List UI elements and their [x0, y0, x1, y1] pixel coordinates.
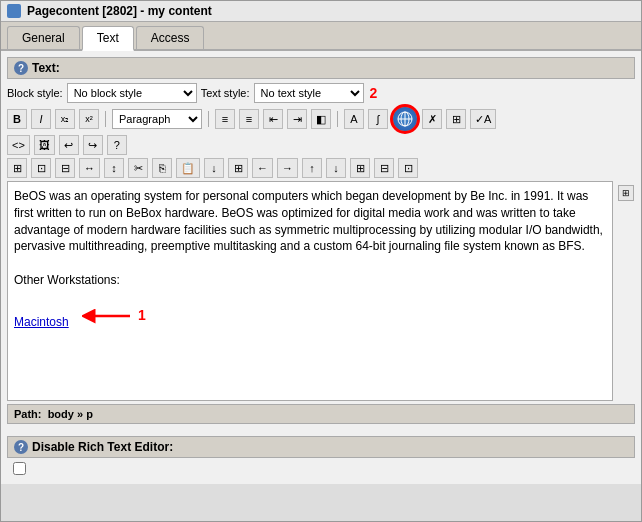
superscript-button[interactable]: x²: [79, 109, 99, 129]
text-style-select[interactable]: No text style: [254, 83, 364, 103]
globe-button-container: [392, 106, 418, 132]
help-icon[interactable]: ?: [14, 61, 28, 75]
code-button[interactable]: <>: [7, 135, 30, 155]
undo-button[interactable]: ↩: [59, 135, 79, 155]
svg-point-1: [401, 112, 409, 126]
extra-4[interactable]: ↔: [79, 158, 100, 178]
italic-button[interactable]: I: [31, 109, 51, 129]
bottom-help-icon[interactable]: ?: [14, 440, 28, 454]
bold-button[interactable]: B: [7, 109, 27, 129]
window-title: Pagecontent [2802] - my content: [27, 4, 212, 18]
tab-bar: General Text Access: [1, 22, 641, 51]
unordered-list-button[interactable]: ≡: [215, 109, 235, 129]
text-section-label: Text:: [32, 61, 60, 75]
special-char-button[interactable]: ∫: [368, 109, 388, 129]
link-button[interactable]: [392, 106, 418, 132]
tab-text[interactable]: Text: [82, 26, 134, 51]
extra-3[interactable]: ⊟: [55, 158, 75, 178]
bottom-header: ? Disable Rich Text Editor:: [7, 436, 635, 458]
subscript-button[interactable]: x₂: [55, 109, 75, 129]
block-style-label: Block style:: [7, 87, 63, 99]
table-button[interactable]: ⊞: [446, 109, 466, 129]
extra-5[interactable]: ↕: [104, 158, 124, 178]
extra-13[interactable]: ↑: [302, 158, 322, 178]
extra-15[interactable]: ⊞: [350, 158, 370, 178]
extra-12[interactable]: →: [277, 158, 298, 178]
extra-2[interactable]: ⊡: [31, 158, 51, 178]
outdent-button[interactable]: ⇤: [263, 109, 283, 129]
title-bar: Pagecontent [2802] - my content: [1, 1, 641, 22]
content-area: ? Text: Block style: No block style Text…: [1, 51, 641, 430]
svg-point-0: [398, 112, 412, 126]
separator-1: [105, 111, 106, 127]
format-button[interactable]: A: [344, 109, 364, 129]
sidebar-expand-icon[interactable]: ⊞: [618, 185, 634, 201]
arrow-svg: [82, 306, 132, 326]
tab-access[interactable]: Access: [136, 26, 205, 49]
extra-6[interactable]: ✂: [128, 158, 148, 178]
font-select[interactable]: Paragraph: [112, 109, 202, 129]
disable-rte-checkbox[interactable]: [13, 462, 26, 475]
bottom-section: ? Disable Rich Text Editor:: [1, 430, 641, 484]
help-btn[interactable]: ?: [107, 135, 127, 155]
align-left-button[interactable]: ◧: [311, 109, 331, 129]
editor-sidebar: ⊞: [617, 181, 635, 401]
extra-10[interactable]: ⊞: [228, 158, 248, 178]
macintosh-link[interactable]: Macintosh: [14, 314, 69, 331]
app-icon: [7, 4, 21, 18]
extra-16[interactable]: ⊟: [374, 158, 394, 178]
toolbar-row-2: B I x₂ x² Paragraph ≡ ≡ ⇤ ⇥ ◧ A ∫: [7, 106, 635, 132]
main-window: Pagecontent [2802] - my content General …: [0, 0, 642, 522]
extra-11[interactable]: ←: [252, 158, 273, 178]
editor-container: BeOS was an operating system for persona…: [7, 181, 635, 401]
text-style-label: Text style:: [201, 87, 250, 99]
redo-button[interactable]: ↪: [83, 135, 103, 155]
globe-icon: [397, 111, 413, 127]
toolbar-row-4: ⊞ ⊡ ⊟ ↔ ↕ ✂ ⎘ 📋 ↓ ⊞ ← → ↑ ↓ ⊞ ⊟ ⊡: [7, 158, 635, 178]
disable-rte-label: Disable Rich Text Editor:: [32, 440, 173, 454]
indent-button[interactable]: ⇥: [287, 109, 307, 129]
extra-17[interactable]: ⊡: [398, 158, 418, 178]
path-text: body » p: [45, 408, 93, 420]
annotation-2: 2: [370, 85, 378, 101]
extra-9[interactable]: ↓: [204, 158, 224, 178]
extra-7[interactable]: ⎘: [152, 158, 172, 178]
extra-8[interactable]: 📋: [176, 158, 200, 178]
extra-1[interactable]: ⊞: [7, 158, 27, 178]
unlink-button[interactable]: ✗: [422, 109, 442, 129]
path-bar: Path: body » p: [7, 404, 635, 424]
separator-3: [337, 111, 338, 127]
path-label: Path:: [14, 408, 42, 420]
editor-area[interactable]: BeOS was an operating system for persona…: [7, 181, 613, 401]
annotation-arrow-container: 1: [82, 306, 146, 326]
ordered-list-button[interactable]: ≡: [239, 109, 259, 129]
editor-paragraph: BeOS was an operating system for persona…: [14, 188, 606, 255]
block-style-select[interactable]: No block style: [67, 83, 197, 103]
toolbar-row-3: <> 🖼 ↩ ↪ ?: [7, 135, 635, 155]
other-workstations-label: Other Workstations:: [14, 272, 606, 289]
extra-14[interactable]: ↓: [326, 158, 346, 178]
tab-general[interactable]: General: [7, 26, 80, 49]
annotation-1: 1: [138, 306, 146, 326]
image-button[interactable]: 🖼: [34, 135, 55, 155]
text-section-header: ? Text:: [7, 57, 635, 79]
toolbar-row-1: Block style: No block style Text style: …: [7, 83, 635, 103]
spell-button[interactable]: ✓A: [470, 109, 496, 129]
separator-2: [208, 111, 209, 127]
